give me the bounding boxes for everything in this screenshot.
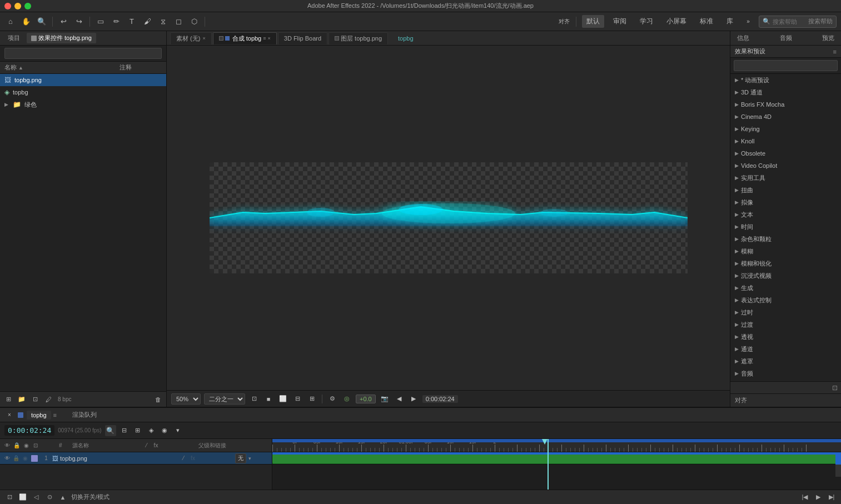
- effect-group-keying[interactable]: ▶ Keying: [730, 123, 841, 135]
- camera-icon[interactable]: 📷: [379, 393, 390, 405]
- file-item-green-folder[interactable]: ▶ 📁 绿色: [0, 98, 166, 111]
- panel-search-btn[interactable]: ⊡: [30, 395, 40, 405]
- select-tool[interactable]: ▭: [94, 16, 107, 28]
- tab-comp-menu[interactable]: ≡: [263, 36, 266, 41]
- file-item-topbg-png[interactable]: 🖼 topbg.png: [0, 74, 166, 86]
- tl-bottom-icon-1[interactable]: ⊡: [4, 492, 14, 502]
- timeline-right-handle[interactable]: [835, 452, 841, 465]
- effects-panel-menu[interactable]: ≡: [833, 48, 837, 55]
- menu-library[interactable]: 库: [722, 15, 738, 28]
- viewer-tab-layer[interactable]: 图层 topbg.png: [329, 32, 388, 44]
- menu-review[interactable]: 审阅: [609, 15, 631, 28]
- effect-group-obsolete[interactable]: ▶ Obsolete: [730, 147, 841, 159]
- eraser-tool[interactable]: ◻: [172, 16, 185, 28]
- panel-search-input[interactable]: [4, 48, 162, 59]
- render-queue-tab[interactable]: 渲染队列: [68, 410, 101, 420]
- tl-bottom-icon-2[interactable]: ⬜: [18, 492, 28, 502]
- effect-group-video-copilot[interactable]: ▶ Video Copilot: [730, 159, 841, 172]
- pen-tool[interactable]: ✏: [110, 16, 122, 28]
- viewer-tab-footage-close[interactable]: ×: [202, 36, 205, 41]
- current-time-display[interactable]: 0:00:02:24: [422, 395, 458, 403]
- green-value-label[interactable]: +0.0: [356, 395, 376, 403]
- effect-group-matte[interactable]: ▶ 遮罩: [730, 355, 841, 367]
- zoom-select[interactable]: 50%: [171, 393, 201, 405]
- layer-solo-icon[interactable]: ◉: [21, 455, 29, 461]
- effect-group-text[interactable]: ▶ 文本: [730, 208, 841, 221]
- work-area-bar[interactable]: [272, 439, 841, 442]
- tl-ctrl-5[interactable]: ▾: [173, 426, 183, 436]
- effect-group-immersive[interactable]: ▶ 沉浸式视频: [730, 270, 841, 282]
- playhead[interactable]: [548, 439, 549, 490]
- close-button[interactable]: [4, 3, 11, 9]
- viewer-tab-3d[interactable]: 3D Flip Board: [278, 32, 327, 44]
- tl-bottom-icon-5[interactable]: ▲: [58, 492, 68, 502]
- toggle-view-icon[interactable]: ⬜: [277, 393, 288, 405]
- effect-group-time[interactable]: ▶ 时间: [730, 221, 841, 233]
- color-picker-icon[interactable]: ⚙: [327, 393, 338, 405]
- effect-group-channel[interactable]: ▶ 通道: [730, 343, 841, 355]
- effect-group-generate[interactable]: ▶ 生成: [730, 282, 841, 294]
- tl-bottom-icon-4[interactable]: ⊙: [44, 492, 54, 502]
- tab-preview[interactable]: 预览: [819, 33, 838, 43]
- effect-group-expression-controls[interactable]: ▶ 表达式控制: [730, 294, 841, 306]
- puppet-tool[interactable]: ⬡: [188, 16, 200, 28]
- effect-group-distort[interactable]: ▶ 扭曲: [730, 184, 841, 196]
- effect-group-deprecated[interactable]: ▶ 过时: [730, 306, 841, 318]
- effect-group-blur2[interactable]: ▶ 模糊和锐化: [730, 257, 841, 270]
- effect-group-perspective[interactable]: ▶ 透视: [730, 331, 841, 343]
- timeline-menu-icon[interactable]: ≡: [53, 412, 57, 418]
- effect-group-animation-presets[interactable]: ▶ * 动画预设: [730, 74, 841, 86]
- tl-ctrl-3[interactable]: ◈: [146, 426, 156, 436]
- effect-group-utility[interactable]: ▶ 实用工具: [730, 172, 841, 184]
- tab-project[interactable]: 项目: [3, 33, 24, 43]
- panel-resize-icon[interactable]: ⊡: [832, 384, 838, 392]
- viewer-tab-comp[interactable]: 合成 topbg ≡ ×: [213, 32, 277, 44]
- effect-group-audio[interactable]: ▶ 音频: [730, 367, 841, 380]
- timeline-close-icon[interactable]: ×: [3, 409, 16, 421]
- file-item-topbg-comp[interactable]: ◈ topbg: [0, 86, 166, 98]
- effects-search-input[interactable]: [734, 60, 838, 71]
- effect-group-cinema4d[interactable]: ▶ Cinema 4D: [730, 111, 841, 123]
- search-input[interactable]: [773, 18, 806, 25]
- toggle-rulers-icon[interactable]: ⊞: [306, 393, 317, 405]
- effect-group-blur1[interactable]: ▶ 模糊: [730, 245, 841, 257]
- viewer-tab-footage[interactable]: 素材 (无) ×: [170, 32, 212, 44]
- timeline-time-display[interactable]: 0:00:02:24: [4, 425, 54, 436]
- clone-tool[interactable]: ⧖: [157, 16, 169, 28]
- effect-group-transition[interactable]: ▶ 过渡: [730, 318, 841, 331]
- timeline-tab-topbg[interactable]: topbg: [27, 411, 51, 420]
- menu-standard[interactable]: 标准: [695, 15, 718, 28]
- toggle-grid-icon[interactable]: ⊟: [292, 393, 303, 405]
- timeline-scroll-right[interactable]: [835, 465, 841, 477]
- hand-tool[interactable]: ✋: [20, 16, 32, 28]
- tl-bottom-icon-3[interactable]: ◁: [31, 492, 41, 502]
- home-icon[interactable]: ⌂: [4, 16, 17, 28]
- switch-mode-label[interactable]: 切换开关/模式: [71, 493, 110, 501]
- text-tool[interactable]: T: [126, 16, 138, 28]
- undo-icon[interactable]: ↩: [57, 16, 69, 28]
- layer-eye-icon[interactable]: 👁: [3, 455, 11, 461]
- transport-play[interactable]: ▶: [813, 492, 823, 502]
- menu-default[interactable]: 默认: [582, 15, 604, 28]
- playback-icon2[interactable]: ▶: [408, 393, 419, 405]
- menu-learn[interactable]: 学习: [635, 15, 658, 28]
- brush-tool[interactable]: 🖌: [141, 16, 153, 28]
- timeline-search-btn[interactable]: 🔍: [105, 425, 116, 436]
- transport-next-frame[interactable]: ▶|: [827, 492, 837, 502]
- menu-small-screen[interactable]: 小屏幕: [662, 15, 691, 28]
- effect-group-3d-channel[interactable]: ▶ 3D 通道: [730, 86, 841, 98]
- minimize-button[interactable]: [14, 3, 21, 9]
- viewer-subtab-topbg[interactable]: topbg: [394, 34, 418, 43]
- viewer-tab-comp-close[interactable]: ×: [268, 36, 271, 41]
- maximize-button[interactable]: [24, 3, 31, 9]
- channels-icon[interactable]: ◎: [341, 393, 352, 405]
- panel-folder-icon[interactable]: 📁: [17, 395, 27, 405]
- playback-icon[interactable]: ◀: [394, 393, 405, 405]
- tl-ctrl-2[interactable]: ⊞: [133, 426, 143, 436]
- layer-lock-icon[interactable]: 🔒: [12, 455, 20, 461]
- effect-group-simulation[interactable]: ▶ 拟像: [730, 196, 841, 208]
- quality-select[interactable]: 二分之一: [204, 393, 245, 405]
- tl-ctrl-4[interactable]: ◉: [160, 426, 170, 436]
- effect-group-boris[interactable]: ▶ Boris FX Mocha: [730, 98, 841, 111]
- more-options-icon[interactable]: »: [742, 16, 754, 28]
